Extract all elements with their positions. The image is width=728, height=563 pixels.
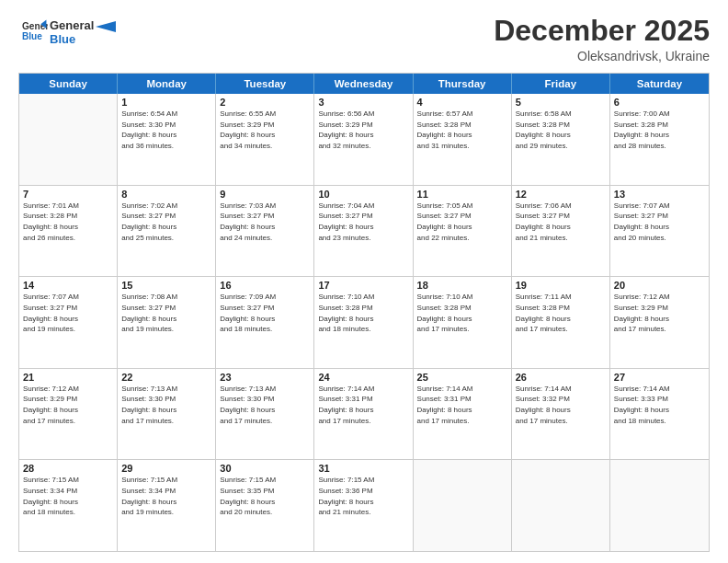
- day-number: 4: [417, 97, 507, 108]
- logo: General Blue General Blue: [18, 18, 116, 48]
- calendar-day-22: 22Sunrise: 7:13 AMSunset: 3:30 PMDayligh…: [118, 369, 216, 460]
- calendar-day-4: 4Sunrise: 6:57 AMSunset: 3:28 PMDaylight…: [414, 94, 512, 185]
- calendar-day-1: 1Sunrise: 6:54 AMSunset: 3:30 PMDaylight…: [118, 94, 216, 185]
- day-info: Sunrise: 6:55 AMSunset: 3:29 PMDaylight:…: [220, 109, 310, 151]
- day-info: Sunrise: 7:15 AMSunset: 3:34 PMDaylight:…: [121, 475, 211, 517]
- calendar-day-23: 23Sunrise: 7:13 AMSunset: 3:30 PMDayligh…: [216, 369, 314, 460]
- day-number: 17: [318, 280, 408, 291]
- day-info: Sunrise: 7:14 AMSunset: 3:31 PMDaylight:…: [417, 384, 507, 426]
- calendar-week-5: 28Sunrise: 7:15 AMSunset: 3:34 PMDayligh…: [19, 460, 709, 551]
- title-block: December 2025 Oleksandrivsk, Ukraine: [494, 15, 710, 63]
- day-number: 26: [516, 372, 606, 383]
- day-info: Sunrise: 7:10 AMSunset: 3:28 PMDaylight:…: [417, 292, 507, 334]
- day-number: 30: [220, 463, 310, 474]
- header-day-monday: Monday: [118, 74, 216, 94]
- calendar-day-15: 15Sunrise: 7:08 AMSunset: 3:27 PMDayligh…: [118, 277, 216, 368]
- calendar-day-14: 14Sunrise: 7:07 AMSunset: 3:27 PMDayligh…: [19, 277, 118, 368]
- day-info: Sunrise: 7:14 AMSunset: 3:32 PMDaylight:…: [516, 384, 606, 426]
- calendar-day-19: 19Sunrise: 7:11 AMSunset: 3:28 PMDayligh…: [512, 277, 610, 368]
- calendar-day-18: 18Sunrise: 7:10 AMSunset: 3:28 PMDayligh…: [414, 277, 512, 368]
- day-info: Sunrise: 6:57 AMSunset: 3:28 PMDaylight:…: [417, 109, 507, 151]
- calendar-day-9: 9Sunrise: 7:03 AMSunset: 3:27 PMDaylight…: [216, 186, 314, 277]
- calendar-day-27: 27Sunrise: 7:14 AMSunset: 3:33 PMDayligh…: [610, 369, 709, 460]
- header-day-friday: Friday: [512, 74, 610, 94]
- day-number: 31: [318, 463, 408, 474]
- day-number: 23: [220, 372, 310, 383]
- calendar-week-4: 21Sunrise: 7:12 AMSunset: 3:29 PMDayligh…: [19, 369, 709, 461]
- day-info: Sunrise: 7:14 AMSunset: 3:31 PMDaylight:…: [318, 384, 408, 426]
- calendar-day-10: 10Sunrise: 7:04 AMSunset: 3:27 PMDayligh…: [314, 186, 413, 277]
- day-number: 10: [318, 189, 408, 200]
- day-number: 14: [23, 280, 113, 291]
- calendar-day-5: 5Sunrise: 6:58 AMSunset: 3:28 PMDaylight…: [512, 94, 610, 185]
- day-number: 28: [23, 463, 113, 474]
- day-number: 5: [516, 97, 606, 108]
- day-info: Sunrise: 7:12 AMSunset: 3:29 PMDaylight:…: [23, 384, 113, 426]
- day-number: 22: [121, 372, 211, 383]
- calendar-week-1: 1Sunrise: 6:54 AMSunset: 3:30 PMDaylight…: [19, 94, 709, 186]
- page: General Blue General Blue December 2025 …: [0, 0, 728, 563]
- day-info: Sunrise: 7:00 AMSunset: 3:28 PMDaylight:…: [614, 109, 705, 151]
- day-info: Sunrise: 7:05 AMSunset: 3:27 PMDaylight:…: [417, 201, 507, 243]
- day-info: Sunrise: 7:03 AMSunset: 3:27 PMDaylight:…: [220, 201, 310, 243]
- header-day-saturday: Saturday: [610, 74, 709, 94]
- day-number: 2: [220, 97, 310, 108]
- day-info: Sunrise: 7:14 AMSunset: 3:33 PMDaylight:…: [614, 384, 705, 426]
- calendar-body: 1Sunrise: 6:54 AMSunset: 3:30 PMDaylight…: [19, 94, 709, 551]
- calendar-day-29: 29Sunrise: 7:15 AMSunset: 3:34 PMDayligh…: [118, 460, 216, 551]
- day-number: 3: [318, 97, 408, 108]
- day-info: Sunrise: 7:04 AMSunset: 3:27 PMDaylight:…: [318, 201, 408, 243]
- day-info: Sunrise: 7:12 AMSunset: 3:29 PMDaylight:…: [614, 292, 705, 334]
- calendar-day-2: 2Sunrise: 6:55 AMSunset: 3:29 PMDaylight…: [216, 94, 314, 185]
- day-number: 7: [23, 189, 113, 200]
- day-number: 29: [121, 463, 211, 474]
- header-day-thursday: Thursday: [414, 74, 512, 94]
- logo-general: General: [50, 19, 94, 33]
- day-info: Sunrise: 6:54 AMSunset: 3:30 PMDaylight:…: [121, 109, 211, 151]
- day-number: 20: [614, 280, 705, 291]
- day-number: 12: [516, 189, 606, 200]
- day-info: Sunrise: 7:06 AMSunset: 3:27 PMDaylight:…: [516, 201, 606, 243]
- calendar-empty-cell: [610, 460, 709, 551]
- calendar-day-3: 3Sunrise: 6:56 AMSunset: 3:29 PMDaylight…: [314, 94, 413, 185]
- calendar-day-28: 28Sunrise: 7:15 AMSunset: 3:34 PMDayligh…: [19, 460, 118, 551]
- calendar-day-8: 8Sunrise: 7:02 AMSunset: 3:27 PMDaylight…: [118, 186, 216, 277]
- calendar-day-16: 16Sunrise: 7:09 AMSunset: 3:27 PMDayligh…: [216, 277, 314, 368]
- day-number: 9: [220, 189, 310, 200]
- day-info: Sunrise: 7:15 AMSunset: 3:34 PMDaylight:…: [23, 475, 113, 517]
- svg-marker-3: [96, 21, 116, 32]
- logo-blue: Blue: [50, 33, 94, 47]
- day-number: 19: [516, 280, 606, 291]
- location: Oleksandrivsk, Ukraine: [494, 49, 710, 63]
- day-info: Sunrise: 7:15 AMSunset: 3:35 PMDaylight:…: [220, 475, 310, 517]
- month-title: December 2025: [494, 15, 710, 47]
- day-info: Sunrise: 6:58 AMSunset: 3:28 PMDaylight:…: [516, 109, 606, 151]
- calendar-day-25: 25Sunrise: 7:14 AMSunset: 3:31 PMDayligh…: [414, 369, 512, 460]
- calendar-empty-cell: [512, 460, 610, 551]
- day-info: Sunrise: 7:11 AMSunset: 3:28 PMDaylight:…: [516, 292, 606, 334]
- day-info: Sunrise: 7:15 AMSunset: 3:36 PMDaylight:…: [318, 475, 408, 517]
- day-info: Sunrise: 7:07 AMSunset: 3:27 PMDaylight:…: [614, 201, 705, 243]
- calendar-day-12: 12Sunrise: 7:06 AMSunset: 3:27 PMDayligh…: [512, 186, 610, 277]
- day-info: Sunrise: 7:08 AMSunset: 3:27 PMDaylight:…: [121, 292, 211, 334]
- calendar-header: SundayMondayTuesdayWednesdayThursdayFrid…: [19, 74, 709, 94]
- day-info: Sunrise: 7:01 AMSunset: 3:28 PMDaylight:…: [23, 201, 113, 243]
- calendar-day-13: 13Sunrise: 7:07 AMSunset: 3:27 PMDayligh…: [610, 186, 709, 277]
- day-info: Sunrise: 7:02 AMSunset: 3:27 PMDaylight:…: [121, 201, 211, 243]
- day-info: Sunrise: 7:10 AMSunset: 3:28 PMDaylight:…: [318, 292, 408, 334]
- day-number: 13: [614, 189, 705, 200]
- day-number: 1: [121, 97, 211, 108]
- calendar-day-6: 6Sunrise: 7:00 AMSunset: 3:28 PMDaylight…: [610, 94, 709, 185]
- day-number: 18: [417, 280, 507, 291]
- header: General Blue General Blue December 2025 …: [18, 15, 710, 63]
- calendar-day-26: 26Sunrise: 7:14 AMSunset: 3:32 PMDayligh…: [512, 369, 610, 460]
- header-day-sunday: Sunday: [19, 74, 118, 94]
- day-info: Sunrise: 6:56 AMSunset: 3:29 PMDaylight:…: [318, 109, 408, 151]
- day-number: 27: [614, 372, 705, 383]
- header-day-tuesday: Tuesday: [216, 74, 314, 94]
- day-number: 15: [121, 280, 211, 291]
- header-day-wednesday: Wednesday: [314, 74, 413, 94]
- calendar-empty-cell: [414, 460, 512, 551]
- logo-arrow-icon: [96, 21, 116, 41]
- day-info: Sunrise: 7:09 AMSunset: 3:27 PMDaylight:…: [220, 292, 310, 334]
